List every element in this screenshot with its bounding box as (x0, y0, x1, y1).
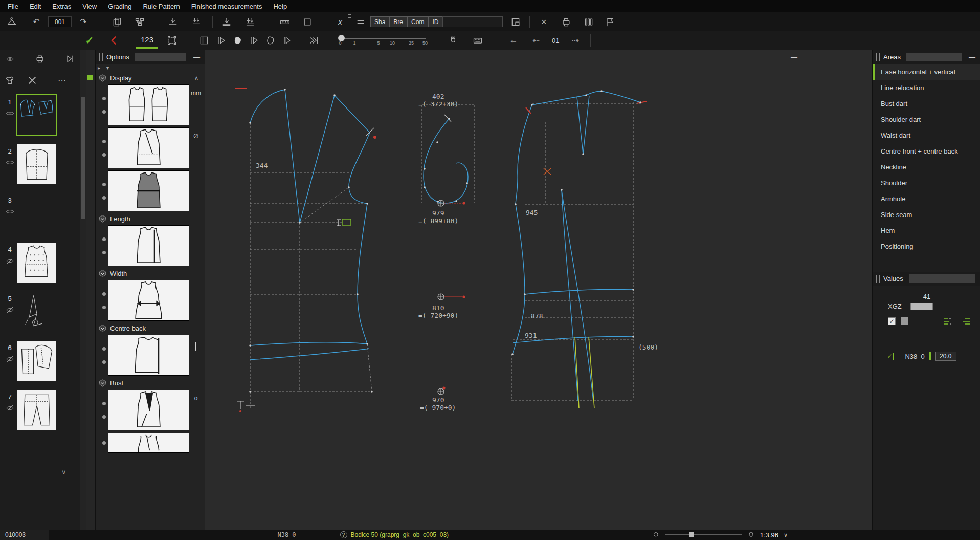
radio-dot[interactable] (102, 441, 106, 445)
option-row-display-2[interactable]: ∅ (96, 126, 205, 169)
radio-dot[interactable] (102, 415, 106, 419)
minimize-icon[interactable]: — (192, 53, 202, 61)
section-width[interactable]: Width (96, 267, 205, 279)
xgz-input[interactable] (910, 303, 933, 310)
values-header-box[interactable] (909, 274, 975, 283)
arrow-right-dashed-icon[interactable]: ⇢ (569, 34, 582, 47)
menu-edit[interactable]: Edit (24, 1, 47, 12)
piece-item-6[interactable]: 6 (0, 339, 80, 388)
piece-item-7[interactable]: 7 (0, 388, 80, 437)
drop-to-line-icon[interactable] (166, 15, 180, 29)
area-item-positioning[interactable]: Positioning (873, 239, 980, 254)
area-item-line-relocation[interactable]: Line relocation (873, 80, 980, 96)
section-centre-back[interactable]: Centre back (96, 322, 205, 334)
radio-dot[interactable] (102, 153, 106, 157)
scroll-down-icon[interactable]: ∨ (61, 468, 66, 476)
radio-dot[interactable] (102, 140, 106, 143)
color-swatch[interactable] (901, 317, 908, 325)
arrow-left-icon[interactable]: ← (507, 34, 520, 47)
radio-dot[interactable] (102, 110, 106, 114)
values-checkbox[interactable]: ✓ (888, 317, 896, 325)
printer-icon[interactable] (560, 15, 573, 29)
square-in-square-icon[interactable] (509, 15, 522, 29)
radio-dot[interactable] (102, 402, 106, 405)
piece-thumbnail-1[interactable] (17, 95, 56, 135)
magnet-icon[interactable] (447, 34, 460, 47)
area-item-side-seam[interactable]: Side seam (873, 207, 980, 223)
zoom-menu-icon[interactable]: ∨ (784, 532, 788, 538)
menu-view[interactable]: View (77, 1, 102, 12)
tab-123[interactable]: 123 (136, 33, 158, 49)
visibility-off-icon[interactable] (6, 158, 14, 168)
back-step-icon[interactable] (107, 34, 121, 47)
piece-outline-icon[interactable] (264, 34, 277, 47)
arrow-left-dashed-icon[interactable]: ⇠ (529, 34, 543, 47)
option-row-width-1[interactable] (96, 279, 205, 322)
collapse-handle-icon[interactable]: — (791, 53, 797, 61)
radio-dot[interactable] (102, 347, 106, 351)
caret-down-icon[interactable]: ▾ (106, 65, 109, 71)
copy-icon[interactable] (110, 15, 124, 29)
piece-item-4[interactable]: 4 (0, 241, 80, 290)
play-step3-icon[interactable] (280, 34, 294, 47)
option-row-centre-back-1[interactable] (96, 334, 205, 377)
combine-mode-button[interactable]: Com (407, 16, 428, 27)
visibility-off-icon[interactable] (6, 404, 14, 414)
measure-value-box[interactable]: 20.0 (935, 352, 956, 361)
piece-solid-icon[interactable] (231, 34, 244, 47)
step-counter-field[interactable] (48, 16, 72, 27)
visibility-off-icon[interactable] (6, 207, 14, 218)
radio-dot[interactable] (102, 97, 106, 100)
area-item-waist-dart[interactable]: Waist dart (873, 127, 980, 143)
radio-dot[interactable] (102, 251, 106, 254)
option-row-display-3[interactable] (96, 169, 205, 212)
menu-help[interactable]: Help (268, 1, 293, 12)
radio-dot[interactable] (102, 196, 106, 200)
area-item-shoulder[interactable]: Shoulder (873, 175, 980, 191)
skip-arrows-icon[interactable] (307, 34, 321, 47)
area-item-centre-front-back[interactable]: Centre front + centre back (873, 143, 980, 159)
radio-dot[interactable] (102, 360, 106, 364)
piece-item-1[interactable]: 1 (0, 93, 80, 142)
piece-item-5[interactable]: 5 (0, 290, 80, 339)
print-piece-icon[interactable] (33, 52, 47, 66)
variable-x-icon[interactable]: x (333, 15, 347, 29)
collapse-icon[interactable]: ∧ (194, 75, 202, 81)
flag-icon[interactable] (604, 15, 617, 29)
area-item-neckline[interactable]: Neckline (873, 159, 980, 175)
id-search-input[interactable] (442, 16, 503, 27)
radio-dot[interactable] (102, 292, 106, 296)
measure-checkbox[interactable]: ✓ (886, 353, 894, 360)
piece-thumbnail-2[interactable] (17, 144, 56, 184)
drafting-canvas[interactable]: — (205, 50, 872, 530)
play-step-icon[interactable] (215, 34, 228, 47)
menu-extras[interactable]: Extras (47, 1, 77, 12)
piece-thumbnail-7[interactable] (17, 390, 56, 430)
section-bust[interactable]: Bust (96, 377, 205, 388)
area-item-hem[interactable]: Hem (873, 223, 980, 239)
radio-dot[interactable] (102, 306, 106, 309)
zoom-slider[interactable] (665, 534, 742, 535)
list-green-icon[interactable] (943, 318, 951, 325)
radio-dot[interactable] (102, 237, 106, 241)
scrollbar-thumb[interactable] (81, 97, 85, 219)
double-drop-to-line-icon[interactable] (190, 15, 203, 29)
piece-thumbnail-6[interactable] (17, 341, 56, 381)
option-row-display-1[interactable]: mm (96, 83, 205, 126)
break-mode-button[interactable]: Bre (389, 16, 407, 27)
cross-pieces-icon[interactable] (26, 74, 39, 87)
visibility-icon[interactable] (3, 52, 16, 66)
visibility-off-icon[interactable] (6, 306, 14, 316)
panel-handle-icon[interactable] (99, 53, 103, 61)
frame-icon[interactable] (301, 15, 314, 29)
menu-rule-pattern[interactable]: Rule Pattern (137, 1, 185, 12)
skip-end-icon[interactable] (63, 52, 77, 66)
visibility-off-icon[interactable] (6, 256, 14, 267)
pin-icon[interactable] (747, 531, 755, 539)
areas-header-box[interactable] (906, 53, 962, 61)
options-header-box[interactable] (135, 53, 186, 61)
section-display[interactable]: Display ∧ (96, 72, 205, 83)
play-step2-icon[interactable] (248, 34, 261, 47)
slider-track[interactable] (339, 38, 426, 39)
id-mode-button[interactable]: ID (428, 16, 442, 27)
